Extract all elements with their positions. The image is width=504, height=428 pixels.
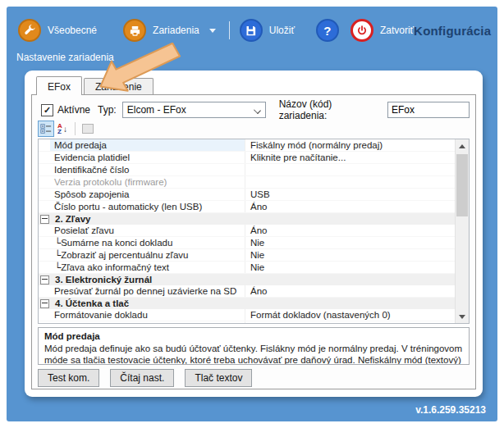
property-row[interactable]: Evidencia platidielKliknite pre načítani… <box>39 152 455 164</box>
print-texts-button[interactable]: Tlač textov <box>185 369 252 387</box>
save-label: Uložiť <box>269 25 295 36</box>
property-value[interactable]: USB <box>245 189 455 200</box>
screenshot-root: Všeobecné Zariadenia Uložiť ? <box>0 0 504 428</box>
property-value[interactable]: Áno <box>245 225 455 236</box>
action-buttons-row: Test kom. Čítaj nast. Tlač textov <box>38 369 470 387</box>
device-name-input[interactable] <box>387 102 470 118</box>
property-label: └Zobraziť aj percentuálnu zľavu <box>50 249 245 261</box>
row-margin <box>39 189 50 200</box>
row-margin <box>39 176 50 188</box>
property-label: Mód predaja <box>50 139 245 151</box>
property-pages-icon <box>82 124 94 134</box>
property-row[interactable]: Presúvať žurnál po dennej uzávierke na S… <box>39 285 455 298</box>
general-label: Všeobecné <box>48 25 97 36</box>
version-label: v.1.6.259.35213 <box>415 404 486 416</box>
property-row[interactable]: Mód predajaFiskálny mód (normálny predaj… <box>39 139 455 152</box>
breadcrumb: Nastavenie zariadenia <box>16 52 114 63</box>
close-label: Zatvoriť <box>380 25 414 36</box>
description-title: Mód predaja <box>44 330 463 343</box>
device-type-select[interactable]: Elcom - EFox <box>122 102 266 118</box>
property-row[interactable]: Posielať zľavuÁno <box>39 225 455 237</box>
test-communication-button[interactable]: Test kom. <box>38 369 99 387</box>
collapse-minus-icon[interactable] <box>40 275 49 285</box>
toolbar-divider <box>229 21 230 39</box>
property-category-row[interactable]: 2. Zľavy <box>39 213 455 225</box>
device-name-label: Názov (kód) zariadenia: <box>279 98 381 121</box>
property-value[interactable]: Áno <box>245 201 455 212</box>
triangle-up-icon <box>459 144 465 148</box>
property-row[interactable]: Formátovanie položiekRiadky podľa potreb… <box>39 321 455 323</box>
type-label: Typ: <box>98 104 117 116</box>
row-margin <box>39 321 50 323</box>
property-value[interactable]: Nie <box>245 262 455 273</box>
property-value[interactable]: Formát dokladov (nastavených 0) <box>245 309 455 321</box>
property-row[interactable]: Verzia protokolu (firmware) <box>39 176 455 189</box>
window-title: Konfigurácia <box>414 24 491 38</box>
categorized-view-button[interactable] <box>38 121 54 137</box>
save-floppy-icon <box>240 19 263 42</box>
property-row[interactable]: Spôsob zapojeniaUSB <box>39 189 455 201</box>
chevron-down-icon <box>254 107 261 114</box>
read-settings-button[interactable]: Čítaj nast. <box>110 369 174 387</box>
row-margin <box>39 274 50 285</box>
row-margin <box>39 285 50 297</box>
category-label: 4. Účtenka a tlač <box>50 298 455 309</box>
property-pages-button[interactable] <box>80 121 96 137</box>
property-grid-toolbar: AZ↓ <box>38 121 470 137</box>
help-button[interactable]: ? <box>316 19 339 42</box>
active-label: Aktívne <box>57 104 90 116</box>
property-label: Číslo portu - automaticky (len USB) <box>50 201 245 212</box>
property-value[interactable]: Nie <box>245 249 455 261</box>
property-value[interactable]: Kliknite pre načítanie... <box>245 152 455 163</box>
row-margin <box>39 262 50 273</box>
property-value[interactable]: Riadky podľa potreby <box>245 321 455 323</box>
property-row[interactable]: Číslo portu - automaticky (len USB)Áno <box>39 201 455 213</box>
alphabetical-sort-button[interactable]: AZ↓ <box>54 121 71 137</box>
close-button[interactable]: Zatvoriť <box>351 19 414 42</box>
property-label: Posielať zľavu <box>50 225 245 236</box>
property-category-row[interactable]: 4. Účtenka a tlač <box>39 298 455 309</box>
property-value[interactable]: Fiskálny mód (normálny predaj) <box>245 139 455 151</box>
property-row[interactable]: └Zobraziť aj percentuálnu zľavuNie <box>39 249 455 262</box>
help-icon: ? <box>316 19 339 42</box>
scroll-down-button[interactable] <box>456 310 469 323</box>
power-icon <box>351 19 373 42</box>
property-grid: Mód predajaFiskálny mód (normálny predaj… <box>38 139 470 324</box>
scroll-up-button[interactable] <box>456 139 469 153</box>
row-margin <box>39 164 50 175</box>
triangle-down-icon <box>459 315 465 319</box>
general-button[interactable]: Všeobecné <box>18 19 97 42</box>
property-row[interactable]: └Sumárne na konci dokladuNie <box>39 237 455 249</box>
property-value[interactable]: Nie <box>245 237 455 248</box>
sort-arrow-icon: ↓ <box>63 125 67 134</box>
property-row[interactable]: └Zľava ako informačný textNie <box>39 262 455 274</box>
row-margin <box>39 237 50 248</box>
row-margin <box>39 213 50 225</box>
property-label: Identifikačné číslo <box>50 164 245 175</box>
row-margin <box>39 249 50 261</box>
property-value[interactable] <box>245 164 455 175</box>
save-button[interactable]: Uložiť <box>240 19 295 42</box>
checkmark-icon: ✓ <box>44 106 51 115</box>
vertical-scrollbar[interactable] <box>455 139 469 323</box>
collapse-minus-icon[interactable] <box>40 299 49 308</box>
devices-dropdown-caret[interactable] <box>209 29 216 33</box>
tab-strip: EFox Zariadenie <box>36 77 476 95</box>
property-category-row[interactable]: 3. Elektronický žurnál <box>39 274 455 285</box>
configuration-window: Všeobecné Zariadenia Uložiť ? <box>7 7 497 421</box>
category-label: 2. Zľavy <box>50 213 455 225</box>
property-row[interactable]: Identifikačné číslo <box>39 164 455 176</box>
tab-zariadenie[interactable]: Zariadenie <box>84 78 153 95</box>
active-checkbox[interactable]: ✓ <box>41 104 53 116</box>
scrollbar-thumb[interactable] <box>456 154 468 216</box>
row-margin <box>39 298 50 309</box>
tab-efox[interactable]: EFox <box>36 76 82 95</box>
collapse-minus-icon[interactable] <box>40 215 49 224</box>
toolbar-separator <box>75 122 76 135</box>
property-value[interactable]: Áno <box>245 285 455 297</box>
property-value[interactable] <box>245 176 455 188</box>
devices-button[interactable]: Zariadenia <box>123 19 199 42</box>
row-margin <box>39 225 50 236</box>
device-header-row: ✓ Aktívne Typ: Elcom - EFox Názov (kód) … <box>38 101 470 119</box>
property-row[interactable]: Formátovanie dokladuFormát dokladov (nas… <box>39 309 455 321</box>
